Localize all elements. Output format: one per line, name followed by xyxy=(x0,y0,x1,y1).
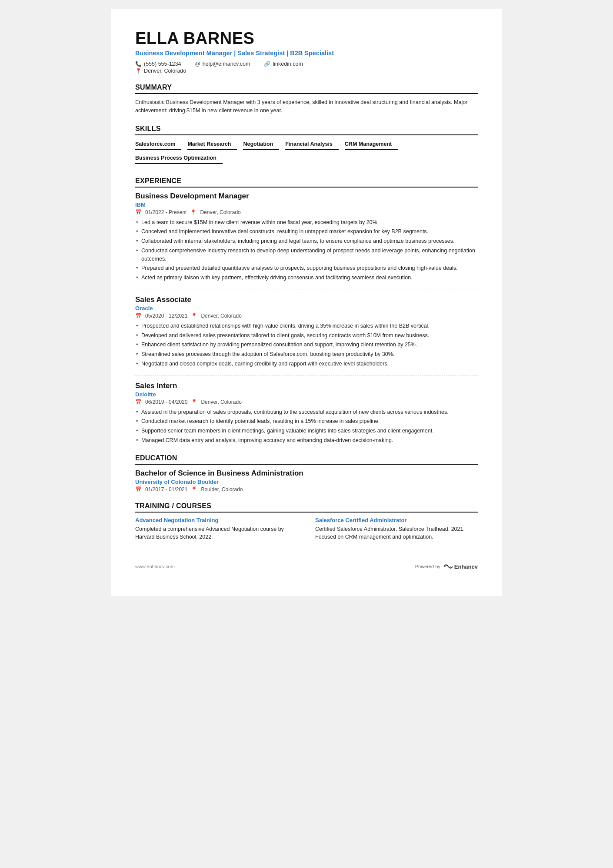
job-entry: Sales AssociateOracle📅05/2020 - 12/2021📍… xyxy=(135,295,478,375)
bullet-item: Conducted comprehensive industry researc… xyxy=(135,247,478,263)
candidate-name: ELLA BARNES xyxy=(135,30,478,48)
footer-brand: Powered by Enhancv xyxy=(415,563,478,570)
training-course-title: Salesforce Certified Administrator xyxy=(315,517,478,523)
location-icon: 📍 xyxy=(191,313,197,319)
education-title: EDUCATION xyxy=(135,454,478,465)
email-icon: @ xyxy=(195,61,200,67)
linkedin-contact: 🔗 linkedin.com xyxy=(264,61,303,67)
skill-badge: Salesforce.com xyxy=(135,140,181,150)
enhancv-icon xyxy=(443,563,453,570)
bullet-item: Collaborated with internal stakeholders,… xyxy=(135,237,478,245)
job-bullets: Led a team to secure $15M in new client … xyxy=(135,218,478,282)
job-title: Sales Associate xyxy=(135,295,478,304)
training-title: TRAINING / COURSES xyxy=(135,502,478,513)
experience-title: EXPERIENCE xyxy=(135,177,478,188)
footer: www.enhancv.com Powered by Enhancv xyxy=(135,563,478,570)
summary-section: SUMMARY Enthusiastic Business Developmen… xyxy=(135,84,478,115)
job-company: Oracle xyxy=(135,305,478,312)
job-meta: 📅05/2020 - 12/2021📍Denver, Colorado xyxy=(135,313,478,319)
phone-contact: 📞 (555) 555-1234 xyxy=(135,61,181,67)
contact-row-2: 📍 Denver, Colorado xyxy=(135,68,478,74)
skill-badge: Market Research xyxy=(187,140,237,150)
bullet-item: Led a team to secure $15M in new client … xyxy=(135,218,478,227)
job-title: Sales Intern xyxy=(135,382,478,390)
summary-text: Enthusiastic Business Development Manage… xyxy=(135,98,478,115)
location-icon: 📍 xyxy=(191,399,197,405)
skill-badge: Business Process Optimization xyxy=(135,154,223,164)
bullet-item: Conceived and implemented innovative dea… xyxy=(135,228,478,236)
footer-website: www.enhancv.com xyxy=(135,564,175,569)
skills-section: SKILLS Salesforce.comMarket ResearchNego… xyxy=(135,125,478,168)
resume-page: ELLA BARNES Business Development Manager… xyxy=(111,9,502,596)
job-bullets: Prospected and established relationships… xyxy=(135,322,478,368)
training-course-title: Advanced Negotiation Training xyxy=(135,517,298,523)
edu-dates: 01/2017 - 01/2021 xyxy=(145,486,187,493)
calendar-icon: 📅 xyxy=(135,313,142,319)
location-icon: 📍 xyxy=(191,486,197,493)
email-contact: @ help@enhancv.com xyxy=(195,61,250,67)
skills-list: Salesforce.comMarket ResearchNegotiation… xyxy=(135,140,478,168)
calendar-icon: 📅 xyxy=(135,399,142,405)
job-location: Denver, Colorado xyxy=(201,313,241,319)
contact-row-1: 📞 (555) 555-1234 @ help@enhancv.com 🔗 li… xyxy=(135,61,478,67)
bullet-item: Assisted in the preparation of sales pro… xyxy=(135,408,478,416)
enhancv-logo: Enhancv xyxy=(443,563,478,570)
link-icon: 🔗 xyxy=(264,61,270,67)
bullet-item: Streamlined sales processes through the … xyxy=(135,350,478,359)
job-title: Business Development Manager xyxy=(135,192,478,201)
header: ELLA BARNES Business Development Manager… xyxy=(135,30,478,74)
job-location: Denver, Colorado xyxy=(200,209,240,215)
edu-degree: Bachelor of Science in Business Administ… xyxy=(135,469,478,478)
jobs-container: Business Development ManagerIBM📅01/2022 … xyxy=(135,192,478,445)
bullet-item: Developed and delivered sales presentati… xyxy=(135,332,478,340)
location-icon: 📍 xyxy=(190,209,197,215)
enhancv-text: Enhancv xyxy=(454,563,478,570)
job-dates: 06/2019 - 04/2020 xyxy=(145,399,187,405)
job-location: Denver, Colorado xyxy=(201,399,241,405)
job-bullets: Assisted in the preparation of sales pro… xyxy=(135,408,478,445)
training-entry: Advanced Negotiation Training Completed … xyxy=(135,517,298,542)
calendar-icon: 📅 xyxy=(135,209,142,215)
training-section: TRAINING / COURSES Advanced Negotiation … xyxy=(135,502,478,542)
location-icon: 📍 xyxy=(135,68,142,74)
phone-value: (555) 555-1234 xyxy=(144,61,181,67)
email-value: help@enhancv.com xyxy=(203,61,250,67)
bullet-item: Managed CRM data entry and analysis, imp… xyxy=(135,436,478,445)
bullet-item: Enhanced client satisfaction by providin… xyxy=(135,341,478,349)
bullet-item: Negotiated and closed complex deals, ear… xyxy=(135,360,478,368)
job-dates: 05/2020 - 12/2021 xyxy=(145,313,187,319)
training-grid: Advanced Negotiation Training Completed … xyxy=(135,517,478,542)
edu-location: Boulder, Colorado xyxy=(201,486,243,493)
job-meta: 📅01/2022 - Present📍Denver, Colorado xyxy=(135,209,478,215)
location-value: Denver, Colorado xyxy=(144,68,186,74)
job-company: IBM xyxy=(135,201,478,208)
skill-badge: Financial Analysis xyxy=(285,140,339,150)
calendar-icon: 📅 xyxy=(135,486,142,493)
bullet-item: Acted as primary liaison with key partne… xyxy=(135,274,478,282)
powered-by-text: Powered by xyxy=(415,564,440,569)
summary-title: SUMMARY xyxy=(135,84,478,94)
linkedin-value: linkedin.com xyxy=(273,61,303,67)
bullet-item: Conducted market research to identify po… xyxy=(135,417,478,426)
training-course-desc: Completed a comprehensive Advanced Negot… xyxy=(135,525,298,542)
edu-meta: 📅 01/2017 - 01/2021 📍 Boulder, Colorado xyxy=(135,486,478,493)
job-dates: 01/2022 - Present xyxy=(145,209,187,215)
training-course-desc: Certified Salesforce Administrator, Sale… xyxy=(315,525,478,542)
skill-badge: Negotiation xyxy=(243,140,279,150)
bullet-item: Supported senior team members in client … xyxy=(135,427,478,435)
job-entry: Business Development ManagerIBM📅01/2022 … xyxy=(135,192,478,289)
education-entry: Bachelor of Science in Business Administ… xyxy=(135,469,478,493)
education-section: EDUCATION Bachelor of Science in Busines… xyxy=(135,454,478,493)
candidate-title: Business Development Manager | Sales Str… xyxy=(135,50,478,57)
education-container: Bachelor of Science in Business Administ… xyxy=(135,469,478,493)
skills-title: SKILLS xyxy=(135,125,478,135)
job-company: Deloitte xyxy=(135,391,478,398)
location-contact: 📍 Denver, Colorado xyxy=(135,68,186,74)
edu-school: University of Colorado Boulder xyxy=(135,479,478,485)
job-divider xyxy=(135,289,478,289)
experience-section: EXPERIENCE Business Development ManagerI… xyxy=(135,177,478,445)
training-entry: Salesforce Certified Administrator Certi… xyxy=(315,517,478,542)
job-meta: 📅06/2019 - 04/2020📍Denver, Colorado xyxy=(135,399,478,405)
skill-badge: CRM Management xyxy=(345,140,398,150)
bullet-item: Prepared and presented detailed quantita… xyxy=(135,264,478,272)
